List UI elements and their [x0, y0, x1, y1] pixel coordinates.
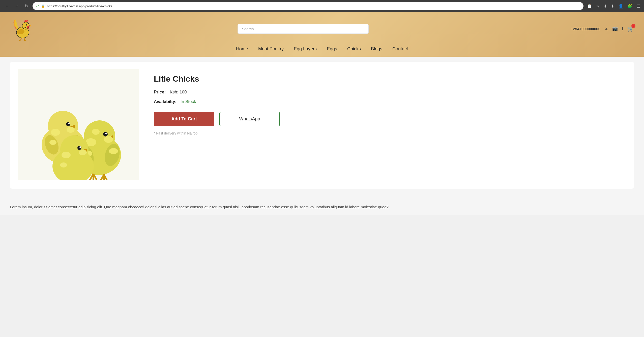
price-row: Price: Ksh: 100 [154, 90, 626, 95]
search-input[interactable] [238, 24, 369, 34]
availability-label: Availabilty: [154, 99, 177, 104]
browser-toolbar: 📋 ☆ ⬇ ⬇ 👤 🧩 ☰ [586, 3, 641, 10]
nav-egg-layers[interactable]: Egg Layers [294, 46, 317, 52]
svg-line-7 [21, 38, 21, 40]
phone-number: +2547000000000 [571, 27, 600, 31]
nav-meat-poultry[interactable]: Meat Poultry [258, 46, 284, 52]
back-button[interactable]: ← [3, 3, 11, 10]
product-description-section: Lorem ipsum, dolor sit amet consectetur … [0, 199, 644, 215]
svg-line-10 [21, 40, 21, 41]
pocket-icon[interactable]: ⬇ [603, 3, 608, 10]
reader-view-icon[interactable]: 📋 [586, 3, 593, 10]
svg-point-37 [105, 133, 107, 134]
svg-point-55 [79, 146, 81, 148]
svg-line-8 [24, 38, 25, 40]
svg-point-3 [26, 24, 27, 26]
bookmark-icon[interactable]: ☆ [595, 3, 601, 10]
whatsapp-button[interactable]: WhatsApp [219, 112, 280, 126]
availability-value: In Stock [181, 99, 196, 104]
instagram-icon[interactable]: 📷 [612, 26, 618, 31]
nav-home[interactable]: Home [236, 46, 248, 52]
svg-point-63 [79, 150, 87, 155]
cart-badge: 0 [631, 24, 635, 28]
facebook-icon[interactable]: f [622, 26, 623, 31]
svg-point-49 [109, 148, 118, 154]
extensions-icon[interactable]: 🧩 [626, 3, 633, 10]
site-nav: Home Meat Poultry Egg Layers Eggs Chicks… [10, 44, 634, 53]
svg-point-31 [49, 140, 56, 145]
nav-chicks[interactable]: Chicks [347, 46, 361, 52]
url-text: https://poultry1.vercel.app/product/litl… [47, 4, 580, 8]
nav-contact[interactable]: Contact [392, 46, 408, 52]
header-top: +2547000000000 𝕏 📷 f 🛒 0 [10, 16, 634, 41]
svg-point-29 [51, 129, 60, 136]
download-icon[interactable]: ⬇ [610, 3, 615, 10]
forward-button[interactable]: → [13, 3, 21, 10]
svg-point-19 [66, 122, 70, 126]
reload-button[interactable]: ↻ [23, 2, 30, 10]
svg-point-36 [103, 132, 108, 137]
svg-line-9 [19, 40, 21, 41]
price-label: Price: [154, 90, 166, 95]
svg-line-12 [24, 40, 25, 41]
add-to-cart-button[interactable]: Add To Cart [154, 112, 214, 126]
logo-icon [10, 16, 35, 41]
main-content: Litle Chicks Price: Ksh: 100 Availabilty… [0, 57, 644, 199]
browser-chrome: ← → ↻ 🛡 🔒 https://poultry1.vercel.app/pr… [0, 0, 644, 12]
price-value: Ksh: 100 [170, 90, 187, 95]
product-actions: Add To Cart WhatsApp [154, 112, 626, 126]
product-image-area [18, 69, 139, 181]
svg-point-62 [62, 152, 71, 158]
svg-point-52 [60, 135, 89, 163]
logo-area[interactable] [10, 16, 35, 41]
cart-icon-wrap[interactable]: 🛒 0 [627, 25, 634, 32]
product-description-text: Lorem ipsum, dolor sit amet consectetur … [10, 204, 634, 210]
menu-icon[interactable]: ☰ [635, 3, 641, 10]
shield-icon: 🛡 [36, 4, 39, 8]
nav-blogs[interactable]: Blogs [371, 46, 382, 52]
svg-point-50 [92, 129, 100, 135]
svg-point-30 [67, 127, 75, 133]
svg-point-20 [68, 123, 70, 124]
svg-point-54 [77, 146, 81, 150]
product-title: Litle Chicks [154, 74, 626, 84]
product-card: Litle Chicks Price: Ksh: 100 Availabilty… [10, 62, 634, 189]
svg-point-64 [60, 162, 67, 167]
lock-icon: 🔒 [41, 4, 45, 8]
product-image [18, 69, 139, 180]
address-bar[interactable]: 🛡 🔒 https://poultry1.vercel.app/product/… [33, 2, 583, 10]
availability-row: Availabilty: In Stock [154, 99, 626, 104]
product-details: Litle Chicks Price: Ksh: 100 Availabilty… [154, 69, 626, 135]
svg-point-4 [27, 24, 27, 25]
site-header: +2547000000000 𝕏 📷 f 🛒 0 Home Meat Poult… [0, 12, 644, 57]
search-area [40, 24, 566, 34]
twitter-icon[interactable]: 𝕏 [604, 26, 608, 31]
nav-eggs[interactable]: Eggs [327, 46, 337, 52]
profile-icon[interactable]: 👤 [617, 3, 624, 10]
header-right: +2547000000000 𝕏 📷 f 🛒 0 [571, 25, 634, 32]
svg-point-47 [104, 136, 113, 143]
delivery-note: * Fast delivery within Nairobi [154, 131, 626, 135]
